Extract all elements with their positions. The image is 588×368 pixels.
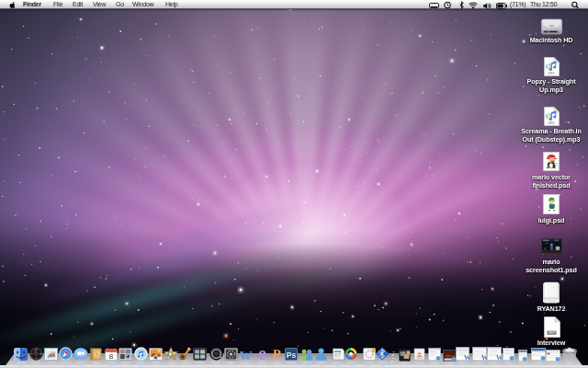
svg-text:w: w <box>239 348 253 361</box>
svg-text:8: 8 <box>109 352 114 361</box>
svg-text:MP3: MP3 <box>548 121 554 125</box>
svg-text:MP3: MP3 <box>548 72 554 75</box>
svg-text:w: w <box>496 351 502 361</box>
svg-text:!: ! <box>373 349 374 353</box>
svg-text:Ps: Ps <box>287 351 297 360</box>
svg-text:w: w <box>464 351 469 361</box>
svg-text:TXT: TXT <box>548 331 554 335</box>
svg-text:e: e <box>258 348 266 361</box>
svg-text:P: P <box>272 347 282 361</box>
